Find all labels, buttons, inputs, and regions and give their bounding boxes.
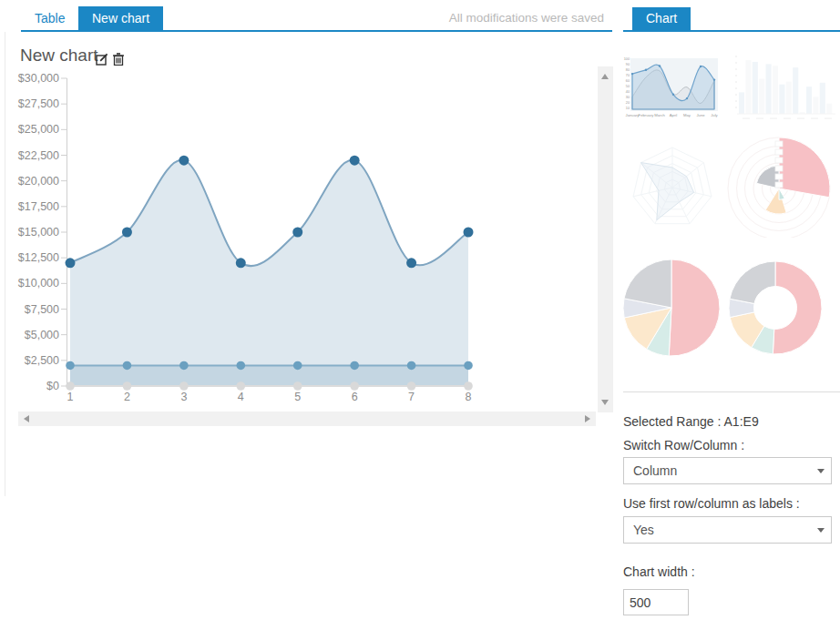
svg-text:April: April <box>670 113 677 117</box>
svg-text:$27,500: $27,500 <box>18 97 59 110</box>
svg-text:8: 8 <box>466 391 472 403</box>
svg-text:4: 4 <box>238 391 244 403</box>
thumbnail-doughnut-chart[interactable] <box>724 259 826 357</box>
vertical-scrollbar[interactable] <box>598 66 613 412</box>
switch-row-column-select[interactable]: Column <box>623 457 832 484</box>
svg-text:20: 20 <box>626 101 630 105</box>
save-status-text: All modifications were saved <box>346 11 604 25</box>
svg-text:$2,500: $2,500 <box>25 354 59 367</box>
first-row-labels-select[interactable]: Yes <box>623 516 832 544</box>
svg-text:2: 2 <box>124 391 130 403</box>
scroll-left-icon[interactable] <box>24 415 29 422</box>
svg-text:3: 3 <box>180 391 187 403</box>
svg-text:90: 90 <box>626 63 630 66</box>
chart-editor-page: { "tabs": { "table": "Table", "new_chart… <box>0 0 840 620</box>
chart-width-label: Chart width : <box>623 564 695 579</box>
svg-text:30: 30 <box>626 96 630 99</box>
svg-text:February: February <box>639 113 655 117</box>
area-chart-canvas: $30,000$27,500$25,000$22,500$20,000$17,5… <box>0 50 597 414</box>
thumbnail-pie-chart[interactable] <box>622 256 721 360</box>
svg-text:$10,000: $10,000 <box>18 277 59 290</box>
svg-text:$25,000: $25,000 <box>18 123 59 136</box>
svg-text:$30,000: $30,000 <box>18 72 59 85</box>
svg-text:40: 40 <box>626 90 630 94</box>
svg-text:July: July <box>711 113 718 117</box>
thumbnail-radar-chart[interactable] <box>623 137 722 239</box>
svg-text:10: 10 <box>626 107 630 110</box>
tab-table[interactable]: Table <box>21 6 78 30</box>
svg-text:1: 1 <box>67 391 74 403</box>
chart-width-input[interactable] <box>623 589 689 615</box>
svg-text:80: 80 <box>626 68 630 72</box>
svg-text:5: 5 <box>294 391 301 403</box>
svg-text:60: 60 <box>626 79 630 83</box>
horizontal-scrollbar[interactable] <box>18 412 596 426</box>
svg-text:$22,500: $22,500 <box>18 149 59 162</box>
svg-text:$15,000: $15,000 <box>18 226 59 239</box>
svg-text:May: May <box>683 113 691 117</box>
svg-text:50: 50 <box>626 85 630 88</box>
svg-text:$7,500: $7,500 <box>25 303 59 316</box>
thumbnail-area-chart[interactable]: 100908070605040302010JanuaryFebruaryMarc… <box>623 53 720 124</box>
panel-separator <box>623 391 840 392</box>
tab-chart-panel[interactable]: Chart <box>632 7 691 30</box>
svg-text:March: March <box>654 113 665 117</box>
svg-text:100: 100 <box>624 57 630 61</box>
thumbnail-bar-chart[interactable] <box>724 52 837 125</box>
selected-range-text: Selected Range : A1:E9 <box>623 414 759 429</box>
svg-text:$20,000: $20,000 <box>18 175 59 188</box>
tabbar-underline <box>21 30 612 32</box>
scroll-down-icon[interactable] <box>601 400 609 405</box>
scroll-right-icon[interactable] <box>585 415 590 422</box>
svg-text:7: 7 <box>408 391 415 403</box>
first-row-labels-label: Use first row/column as labels : <box>623 496 800 511</box>
svg-text:$0: $0 <box>46 380 59 392</box>
thumbnail-polar-area-chart[interactable] <box>722 134 837 238</box>
svg-text:70: 70 <box>626 74 630 77</box>
svg-text:$17,500: $17,500 <box>18 200 59 213</box>
switch-row-column-label: Switch Row/Column : <box>623 438 744 452</box>
panel-underline <box>623 30 840 32</box>
svg-text:6: 6 <box>352 391 358 403</box>
svg-text:$12,500: $12,500 <box>18 251 59 264</box>
scroll-up-icon[interactable] <box>601 74 609 79</box>
svg-text:June: June <box>696 113 705 117</box>
svg-text:$5,000: $5,000 <box>25 329 59 341</box>
tab-new-chart[interactable]: New chart <box>78 6 163 30</box>
